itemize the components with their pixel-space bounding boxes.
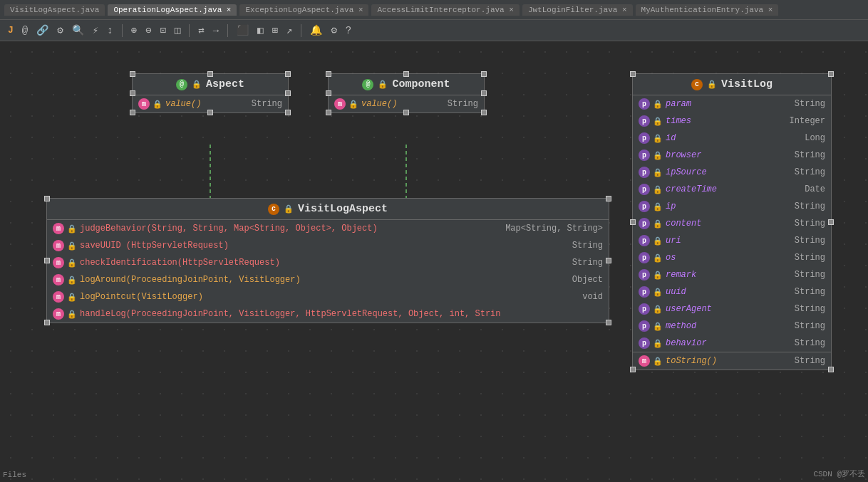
handle-ml-component[interactable] <box>326 90 331 96</box>
component-badge: @ <box>362 79 373 90</box>
tool-icon-3[interactable]: ⚙ <box>55 23 65 38</box>
tool-icon-15[interactable]: ⊞ <box>270 23 280 38</box>
tool-icon-13[interactable]: ⬛ <box>234 23 251 38</box>
tab-jwtloginfilter[interactable]: JwtLoginFilter.java × <box>522 4 633 16</box>
handle-br-component[interactable] <box>481 110 487 115</box>
vl-p4-lock: 🔒 <box>653 151 663 160</box>
vl-p4-badge: p <box>639 150 650 161</box>
vl-p5-lock: 🔒 <box>653 168 663 177</box>
tool-icon-9[interactable]: ⊡ <box>157 23 167 38</box>
handle-bl-vl[interactable] <box>630 367 636 372</box>
tool-icon-5[interactable]: ⚡ <box>91 23 100 38</box>
visitlogaspect-title: VisitLogAspect <box>298 203 388 215</box>
tool-icon-8[interactable]: ⊖ <box>143 23 153 38</box>
vla-m4-name: logAround(ProceedingJoinPoint, VisitLogg… <box>80 275 301 285</box>
handle-tl-aspect[interactable] <box>130 71 135 77</box>
vl-field-createtime: p 🔒 createTime Date <box>633 181 831 198</box>
icon-toolbar: J @ 🔗 ⚙ 🔍 ⚡ ↕ ⊕ ⊖ ⊡ ◫ ⇄ → ⬛ ◧ ⊞ ↗ 🔔 ⚙ ? <box>0 20 868 41</box>
vl-p7-lock: 🔒 <box>653 202 663 211</box>
tool-icon-6[interactable]: ↕ <box>105 23 115 38</box>
handle-tr-component[interactable] <box>481 71 487 77</box>
vl-p6-badge: p <box>639 184 650 195</box>
handle-bl-aspect[interactable] <box>130 110 135 115</box>
vla-method-3: m 🔒 checkIdentification(HttpServletReque… <box>47 254 609 271</box>
handle-br-vla[interactable] <box>606 320 611 325</box>
vl-field-uri: p 🔒 uri String <box>633 232 831 249</box>
handle-bm-aspect[interactable] <box>207 110 213 115</box>
handle-tr-vl[interactable] <box>828 71 834 77</box>
tool-icon-2[interactable]: 🔗 <box>34 23 51 38</box>
handle-bl-component[interactable] <box>326 110 331 115</box>
diagram-canvas: @ 🔒 Aspect m 🔒 value() String @ 🔒 Compon… <box>0 41 868 482</box>
vl-field-remark-type: String <box>795 270 825 280</box>
vla-m6-badge: m <box>53 308 64 320</box>
tool-icon-16[interactable]: ↗ <box>284 23 294 38</box>
handle-br-vl[interactable] <box>828 367 834 372</box>
handle-tl-vla[interactable] <box>44 196 50 201</box>
vla-m3-lock: 🔒 <box>67 258 77 268</box>
vla-m4-badge: m <box>53 274 64 285</box>
vl-field-ip-name: ip <box>666 201 676 211</box>
tool-icon-17[interactable]: 🔔 <box>308 23 324 38</box>
component-method-type: String <box>448 99 478 109</box>
tool-icon-12[interactable]: → <box>211 23 221 38</box>
handle-ml-aspect[interactable] <box>130 90 135 96</box>
aspect-header: @ 🔒 Aspect <box>133 74 288 95</box>
visitlogaspect-header: c 🔒 VisitLogAspect <box>47 199 609 220</box>
vl-lock-icon: 🔒 <box>707 80 717 89</box>
handle-mr-aspect[interactable] <box>285 90 291 96</box>
vl-p1-lock: 🔒 <box>653 100 663 109</box>
tab-operationlogaspect[interactable]: OperationLogAspect.java × <box>108 4 237 16</box>
handle-br-aspect[interactable] <box>285 110 291 115</box>
vl-field-behavior-name: behavior <box>666 338 707 348</box>
handle-tr-vla[interactable] <box>606 196 611 201</box>
vl-p3-badge: p <box>639 132 650 144</box>
vl-field-uri-type: String <box>795 236 825 246</box>
handle-bm-component[interactable] <box>403 110 409 115</box>
handle-tl-component[interactable] <box>326 71 331 77</box>
vla-method-6: m 🔒 handleLog(ProceedingJoinPoint, Visit… <box>47 305 609 323</box>
vl-m1-badge: m <box>639 355 650 367</box>
handle-mr-vla[interactable] <box>606 258 611 263</box>
tool-icon-1[interactable]: @ <box>20 23 30 38</box>
vl-p11-badge: p <box>639 269 650 281</box>
tool-icon-7[interactable]: ⊕ <box>129 23 139 38</box>
aspect-lock-icon: 🔒 <box>192 80 202 89</box>
tool-icon-18[interactable]: ⚙ <box>329 23 339 38</box>
tab-accesslimitinterceptor[interactable]: AccessLimitInterceptor.java × <box>371 4 519 16</box>
handle-bl-vla[interactable] <box>44 320 50 325</box>
handle-ml-vl[interactable] <box>630 219 636 225</box>
vl-field-id-type: Long <box>805 133 825 143</box>
tool-icon-4[interactable]: 🔍 <box>70 23 86 38</box>
handle-tr-aspect[interactable] <box>285 71 291 77</box>
tool-icon-11[interactable]: ⇄ <box>196 23 206 38</box>
handle-tm-aspect[interactable] <box>207 71 213 77</box>
vla-method-2: m 🔒 saveUUID (HttpServletRequest) String <box>47 237 609 254</box>
tab-visitlogaspect[interactable]: VisitLogAspect.java <box>4 4 105 16</box>
handle-mr-component[interactable] <box>481 90 487 96</box>
tool-icon-10[interactable]: ◫ <box>172 23 182 38</box>
vl-p13-badge: p <box>639 303 650 315</box>
handle-tm-component[interactable] <box>403 71 409 77</box>
vl-p14-lock: 🔒 <box>653 322 663 331</box>
visitlog-box: c 🔒 VisitLog p 🔒 param String p 🔒 times … <box>632 73 832 370</box>
vl-p6-lock: 🔒 <box>653 185 663 194</box>
handle-ml-vla[interactable] <box>44 258 50 263</box>
tool-icon-14[interactable]: ◧ <box>255 23 265 38</box>
vl-field-content-name: content <box>666 219 701 229</box>
tool-icon-19[interactable]: ? <box>343 23 353 38</box>
tab-myauthenticationentry[interactable]: MyAuthenticationEntry.java × <box>636 4 779 16</box>
aspect-box: @ 🔒 Aspect m 🔒 value() String <box>132 73 289 113</box>
visitlog-header: c 🔒 VisitLog <box>633 74 831 95</box>
vla-method-1: m 🔒 judgeBehavior(String, String, Map<St… <box>47 220 609 237</box>
aspect-method-lock: 🔒 <box>153 100 162 109</box>
vl-field-remark: p 🔒 remark String <box>633 266 831 283</box>
handle-tl-vl[interactable] <box>630 71 636 77</box>
vla-m1-badge: m <box>53 223 64 234</box>
tab-bar: VisitLogAspect.java OperationLogAspect.j… <box>0 0 868 20</box>
tab-exceptionlogaspect[interactable]: ExceptionLogAspect.java × <box>239 4 368 16</box>
component-title: Component <box>392 78 450 90</box>
vla-m5-badge: m <box>53 291 64 303</box>
handle-mr-vl[interactable] <box>828 219 834 225</box>
vl-field-os-type: String <box>795 253 825 263</box>
